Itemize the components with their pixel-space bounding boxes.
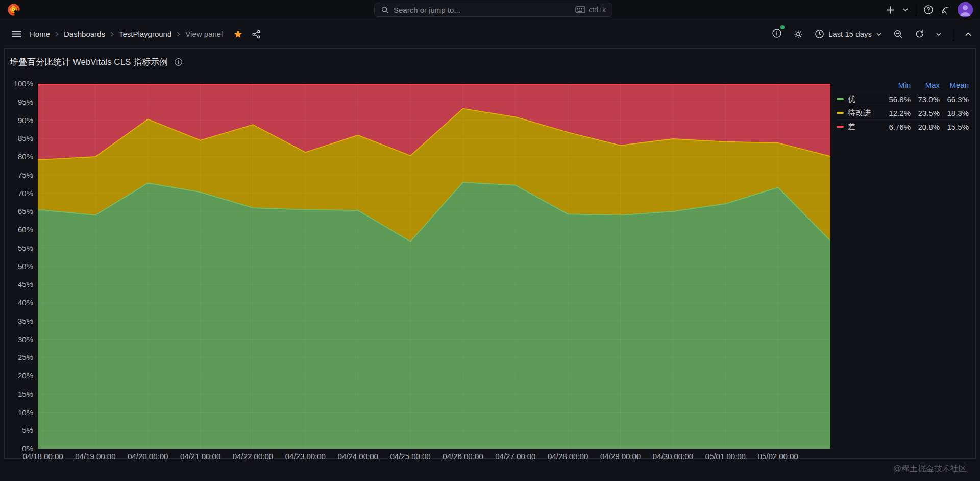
y-axis-label: 40% bbox=[5, 298, 33, 307]
news-rss-icon[interactable] bbox=[941, 5, 950, 15]
legend-table: MinMaxMean优56.8%73.0%66.3%待改进12.2%23.5%1… bbox=[837, 78, 969, 133]
add-new-chevron-down-icon[interactable] bbox=[902, 7, 909, 13]
y-axis-label: 100% bbox=[5, 79, 33, 88]
legend-swatch-icon bbox=[837, 98, 844, 100]
time-range-label: Last 15 days bbox=[828, 30, 872, 38]
keyboard-icon bbox=[575, 6, 585, 13]
legend-series-label[interactable]: 待改进 bbox=[848, 108, 871, 118]
search-input[interactable] bbox=[394, 6, 571, 14]
y-axis-label: 80% bbox=[5, 152, 33, 161]
chevron-right-icon bbox=[55, 31, 59, 37]
legend-column-min[interactable]: Min bbox=[881, 81, 911, 89]
y-axis-label: 60% bbox=[5, 225, 33, 234]
y-axis-label: 25% bbox=[5, 353, 33, 362]
search-shortcut: ctrl+k bbox=[575, 6, 606, 14]
y-axis-label: 75% bbox=[5, 171, 33, 180]
global-search-box[interactable]: ctrl+k bbox=[374, 3, 612, 17]
breadcrumb-toolbar: Home Dashboards TestPlayground View pane… bbox=[0, 20, 980, 48]
add-new-button[interactable] bbox=[886, 5, 895, 15]
breadcrumb-dashboard-name[interactable]: TestPlayground bbox=[119, 30, 172, 38]
y-axis-label: 55% bbox=[5, 244, 33, 253]
legend-row: 优56.8%73.0%66.3% bbox=[837, 92, 969, 106]
legend-min-value: 56.8% bbox=[881, 95, 911, 104]
stacked-area-chart-canvas[interactable] bbox=[38, 84, 830, 449]
legend-max-value: 20.8% bbox=[911, 123, 940, 131]
chevron-right-icon bbox=[176, 31, 181, 37]
share-icon[interactable] bbox=[252, 30, 261, 39]
legend-column-max[interactable]: Max bbox=[911, 81, 940, 89]
legend-swatch-icon bbox=[837, 126, 844, 128]
grafana-logo-icon[interactable] bbox=[7, 3, 20, 16]
refresh-interval-chevron-icon[interactable] bbox=[936, 31, 942, 37]
refresh-icon[interactable] bbox=[915, 29, 924, 39]
x-axis-label: 05/02 00:00 bbox=[747, 451, 809, 461]
legend-mean-value: 15.5% bbox=[940, 123, 969, 131]
legend-series-label[interactable]: 优 bbox=[848, 94, 855, 104]
y-axis-label: 95% bbox=[5, 98, 33, 107]
menu-icon[interactable] bbox=[11, 29, 22, 39]
y-axis-label: 5% bbox=[5, 426, 33, 435]
dashboard-panel: 堆叠百分比统计 WebVitals CLS 指标示例 0%5%10%15%20%… bbox=[4, 48, 976, 459]
legend-series-label[interactable]: 差 bbox=[848, 122, 855, 132]
chevron-down-icon bbox=[876, 31, 882, 37]
help-icon[interactable] bbox=[923, 5, 934, 15]
legend-header-row: MinMaxMean bbox=[837, 78, 969, 92]
legend-row: 待改进12.2%23.5%18.3% bbox=[837, 106, 969, 119]
zoom-out-icon[interactable] bbox=[893, 29, 903, 39]
y-axis-label: 45% bbox=[5, 280, 33, 289]
top-navigation-bar: ctrl+k bbox=[0, 0, 980, 19]
legend-mean-value: 18.3% bbox=[940, 109, 969, 117]
legend-min-value: 12.2% bbox=[881, 109, 911, 117]
y-axis-label: 50% bbox=[5, 262, 33, 271]
y-axis-label: 90% bbox=[5, 116, 33, 125]
y-axis-label: 10% bbox=[5, 408, 33, 417]
legend-swatch-icon bbox=[837, 112, 844, 114]
breadcrumb-view-panel: View panel bbox=[185, 30, 223, 38]
panel-info-circle-icon[interactable] bbox=[772, 28, 782, 38]
user-avatar[interactable] bbox=[958, 2, 973, 17]
topbar-divider bbox=[916, 4, 916, 15]
toolbar-divider bbox=[953, 29, 953, 40]
favorite-star-icon[interactable] bbox=[233, 29, 243, 39]
legend-mean-value: 66.3% bbox=[940, 95, 969, 104]
y-axis-label: 35% bbox=[5, 317, 33, 326]
y-axis-label: 15% bbox=[5, 390, 33, 399]
breadcrumb: Home Dashboards TestPlayground View pane… bbox=[30, 29, 261, 39]
y-axis-label: 65% bbox=[5, 207, 33, 216]
legend-max-value: 23.5% bbox=[911, 109, 940, 117]
legend-row: 差6.76%20.8%15.5% bbox=[837, 119, 969, 133]
panel-title[interactable]: 堆叠百分比统计 WebVitals CLS 指标示例 bbox=[10, 56, 168, 68]
search-icon bbox=[381, 6, 389, 14]
time-range-picker[interactable]: Last 15 days bbox=[815, 29, 882, 39]
legend-column-mean[interactable]: Mean bbox=[940, 81, 969, 89]
clock-icon bbox=[815, 29, 824, 39]
breadcrumb-dashboards[interactable]: Dashboards bbox=[64, 30, 105, 38]
y-axis-label: 30% bbox=[5, 335, 33, 344]
watermark: @稀土掘金技术社区 bbox=[893, 464, 967, 474]
y-axis-label: 70% bbox=[5, 189, 33, 198]
y-axis-label: 85% bbox=[5, 134, 33, 143]
gear-icon[interactable] bbox=[793, 29, 803, 39]
chevron-right-icon bbox=[110, 31, 114, 37]
grid-lines bbox=[38, 84, 830, 449]
legend-max-value: 73.0% bbox=[911, 95, 940, 104]
grafana-view-panel-page: { "topbar": { "search_placeholder": "Sea… bbox=[0, 0, 980, 481]
area-series-good bbox=[38, 182, 830, 449]
y-axis-label: 20% bbox=[5, 371, 33, 380]
shortcut-label: ctrl+k bbox=[589, 6, 606, 14]
info-circle-icon[interactable] bbox=[174, 58, 183, 66]
legend-min-value: 6.76% bbox=[881, 123, 911, 131]
breadcrumb-home[interactable]: Home bbox=[30, 30, 50, 38]
notification-dot bbox=[780, 25, 785, 29]
collapse-chevron-up-icon[interactable] bbox=[965, 31, 972, 38]
